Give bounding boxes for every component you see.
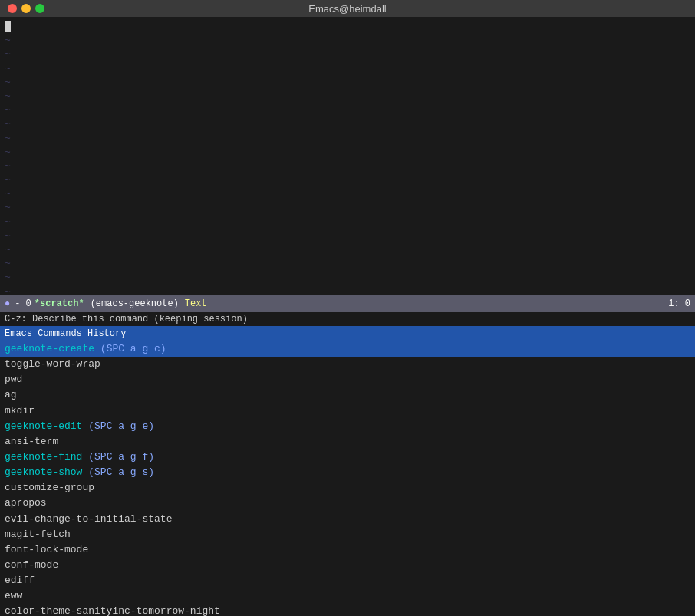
completion-label-0: geeknote-create (SPC a g c) (5, 343, 166, 354)
completion-item-5[interactable]: geeknote-edit (SPC a g e) (0, 419, 695, 434)
tilde-8: ~ (5, 132, 690, 146)
completion-label-8: geeknote-show (SPC a g s) (5, 466, 154, 478)
completion-item-7[interactable]: geeknote-find (SPC a g f) (0, 450, 695, 465)
completion-label-6: ansi-term (5, 436, 58, 447)
completion-item-10[interactable]: apropos (0, 496, 695, 511)
completion-label-3: ag (5, 389, 17, 400)
minimize-button[interactable] (21, 4, 31, 13)
helm-header-text: Emacs Commands History (5, 328, 126, 339)
completion-label-14: conf-mode (5, 559, 58, 571)
title-bar: Emacs@heimdall (0, 0, 695, 17)
close-button[interactable] (8, 4, 17, 13)
completion-label-13: font-lock-mode (5, 544, 88, 555)
tilde-4: ~ (5, 76, 690, 90)
mode-line-icon: ● (5, 298, 10, 309)
tilde-2: ~ (5, 48, 690, 61)
completion-label-17: color-theme-sanityinc-tomorrow-night (5, 605, 220, 616)
completion-item-14[interactable]: conf-mode (0, 558, 695, 573)
completion-item-8[interactable]: geeknote-show (SPC a g s) (0, 465, 695, 480)
completion-label-11: evil-change-to-initial-state (5, 513, 172, 525)
completion-item-6[interactable]: ansi-term (0, 434, 695, 450)
completion-label-1: toggle-word-wrap (5, 358, 100, 370)
completion-item-9[interactable]: customize-group (0, 480, 695, 496)
completion-label-2: pwd (5, 374, 22, 385)
completion-item-4[interactable]: mkdir (0, 404, 695, 419)
completion-item-12[interactable]: magit-fetch (0, 527, 695, 542)
completion-item-13[interactable]: font-lock-mode (0, 542, 695, 558)
tilde-7: ~ (5, 117, 690, 131)
tilde-16: ~ (5, 243, 690, 257)
mode-line-buffer: *scratch* (35, 298, 84, 309)
tilde-11: ~ (5, 173, 690, 187)
text-cursor (5, 21, 11, 32)
completion-label-10: apropos (5, 497, 47, 509)
completion-label-9: customize-group (5, 482, 94, 493)
tilde-19: ~ (5, 285, 690, 295)
tilde-1: ~ (5, 34, 690, 48)
window-controls[interactable] (8, 4, 44, 13)
mode-line: ● - 0 *scratch* (emacs-geeknote) Text 1:… (0, 295, 695, 312)
completion-item-16[interactable]: eww (0, 588, 695, 604)
completion-label-12: magit-fetch (5, 529, 71, 540)
completion-item-2[interactable]: pwd (0, 372, 695, 387)
mode-line-position: 1: 0 (668, 298, 690, 309)
mode-line-flags: - 0 (15, 298, 31, 309)
editor-area: ~ ~ ~ ~ ~ ~ ~ ~ ~ ~ ~ ~ ~ ~ ~ ~ ~ ~ ~ ~ … (0, 17, 695, 295)
tilde-10: ~ (5, 160, 690, 173)
mode-line-mode: (emacs-geeknote) (91, 298, 179, 309)
tilde-12: ~ (5, 187, 690, 201)
cursor-line (5, 20, 690, 34)
tilde-5: ~ (5, 90, 690, 104)
status-text: C-z: Describe this command (keeping sess… (5, 314, 248, 324)
tilde-13: ~ (5, 201, 690, 215)
window-title: Emacs@heimdall (308, 3, 386, 15)
tilde-3: ~ (5, 62, 690, 76)
tilde-14: ~ (5, 216, 690, 229)
tilde-18: ~ (5, 271, 690, 285)
maximize-button[interactable] (35, 4, 44, 13)
completion-label-5: geeknote-edit (SPC a g e) (5, 420, 154, 432)
completion-item-0[interactable]: geeknote-create (SPC a g c) (0, 341, 695, 357)
completion-list[interactable]: geeknote-create (SPC a g c) toggle-word-… (0, 341, 695, 616)
completion-item-15[interactable]: ediff (0, 573, 695, 588)
completion-item-17[interactable]: color-theme-sanityinc-tomorrow-night (0, 604, 695, 616)
completion-item-11[interactable]: evil-change-to-initial-state (0, 512, 695, 527)
helm-header: Emacs Commands History (0, 326, 695, 341)
completion-label-16: eww (5, 590, 22, 601)
tilde-17: ~ (5, 257, 690, 271)
completion-label-15: ediff (5, 575, 35, 586)
tilde-15: ~ (5, 229, 690, 243)
status-line: C-z: Describe this command (keeping sess… (0, 312, 695, 326)
completion-label-4: mkdir (5, 405, 35, 417)
completion-item-3[interactable]: ag (0, 387, 695, 403)
mode-line-extra: Text (185, 298, 207, 309)
tilde-9: ~ (5, 146, 690, 160)
completion-item-1[interactable]: toggle-word-wrap (0, 357, 695, 372)
completion-label-7: geeknote-find (SPC a g f) (5, 451, 154, 463)
tilde-6: ~ (5, 104, 690, 117)
